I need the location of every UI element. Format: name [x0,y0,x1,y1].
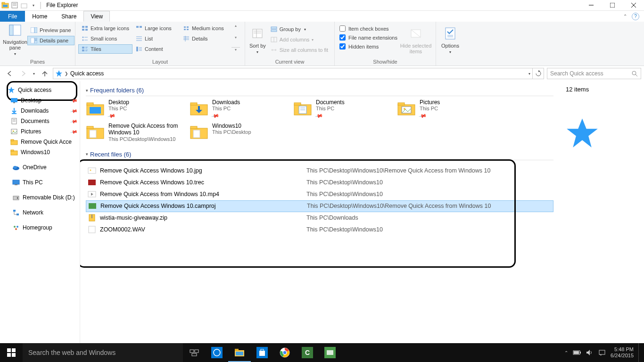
forward-button[interactable] [18,68,28,79]
content-button[interactable]: Content [132,44,180,54]
recent-files-header[interactable]: ▾ Recent files (6) [86,149,553,160]
preview-pane-button[interactable]: Preview pane [27,25,74,35]
ribbon-collapse-icon[interactable]: ⌃ [621,13,629,20]
svg-rect-134 [12,353,16,357]
layout-expand-icon[interactable]: ▾ [231,47,240,52]
navigation-pane-button[interactable]: Navigation pane ▾ [3,24,27,57]
hide-selected-items-button[interactable]: Hide selected items [399,24,432,57]
folder-icon [86,99,105,118]
svg-rect-113 [193,130,200,138]
nav-windows10[interactable]: Windows10 [0,147,80,157]
address-bar[interactable]: ❯ Quick access ▾ [53,68,533,79]
size-columns-button[interactable]: Size all columns to fit [267,45,331,55]
item-check-boxes-checkbox[interactable]: Item check boxes [338,25,399,33]
up-button[interactable] [40,68,50,79]
refresh-button[interactable] [533,68,544,79]
task-view-button[interactable] [183,343,206,362]
close-button[interactable] [623,0,644,11]
frequent-folders-header[interactable]: ▾ Frequent folders (6) [86,85,553,96]
qat-properties-icon[interactable] [10,1,19,9]
hidden-items-checkbox[interactable]: Hidden items [338,42,399,50]
taskbar-camtasia[interactable]: C [296,343,319,362]
sort-by-button[interactable]: Sort by ▾ [248,24,267,57]
minimize-button[interactable] [580,0,602,11]
pin-icon: 📌 [70,107,78,115]
app-icon [1,1,9,9]
svg-rect-85 [13,196,19,200]
folder-item[interactable]: Desktop This PC 📌 [86,99,180,119]
show-desktop-button[interactable] [638,343,641,362]
taskbar-store[interactable] [251,343,273,362]
folder-item[interactable]: Documents This PC 📌 [293,99,388,119]
documents-icon [10,117,18,125]
nav-desktop[interactable]: Desktop📌 [0,95,80,106]
details-view-button[interactable]: Details [180,34,231,43]
start-button[interactable] [0,343,23,362]
nav-remove-quick[interactable]: Remove Quick Acce [0,137,80,147]
search-input[interactable]: Search Quick access [547,68,641,79]
extra-large-icons-button[interactable]: Extra large icons [78,24,132,33]
nav-downloads[interactable]: Downloads📌 [0,106,80,116]
nav-onedrive[interactable]: OneDrive [0,162,80,173]
nav-homegroup[interactable]: Homegroup [0,222,80,233]
folder-location: This PC\Desktop\Windows10 [108,136,180,142]
tray-notifications-icon[interactable] [598,349,606,356]
taskbar-edge[interactable] [206,343,228,362]
folder-item[interactable]: Downloads This PC 📌 [190,99,284,119]
nav-this-pc[interactable]: This PC [0,177,80,188]
pin-icon: 📌 [70,117,78,125]
small-icons-button[interactable]: Small icons [78,34,132,43]
nav-quick-access[interactable]: Quick access [0,85,80,95]
taskbar-search[interactable]: Search the web and Windows [23,343,183,362]
tray-battery-icon[interactable] [573,350,581,355]
add-columns-button[interactable]: Add columns ▾ [267,35,331,44]
layout-scroll-down-icon[interactable]: ▾ [231,35,240,40]
group-by-button[interactable]: Group by ▾ [267,25,331,34]
taskbar-chrome[interactable] [273,343,296,362]
svg-rect-61 [446,28,455,39]
tab-file[interactable]: File [0,11,25,22]
tray-up-icon[interactable]: ⌃ [564,350,568,355]
details-pane-button[interactable]: Details pane [27,36,74,45]
list-button[interactable]: List [132,34,180,43]
taskbar-clock[interactable]: 5:48 PM 6/24/2015 [611,346,634,359]
nav-network[interactable]: Network [0,207,80,218]
svg-rect-42 [184,26,186,28]
search-placeholder: Search Quick access [550,70,603,77]
chevron-right-icon[interactable]: ❯ [65,71,68,76]
back-button[interactable] [5,68,15,79]
taskbar-explorer[interactable] [228,343,251,362]
svg-rect-136 [195,350,198,353]
tab-view[interactable]: View [83,11,110,22]
qat-new-folder-icon[interactable] [20,1,28,9]
options-button[interactable]: Options ▾ [439,24,462,57]
recent-locations-button[interactable]: ▾ [31,68,37,79]
svg-rect-87 [13,210,16,212]
nav-removable-disk[interactable]: Removable Disk (D:) [0,192,80,203]
address-dropdown-icon[interactable]: ▾ [528,72,530,76]
file-name-extensions-checkbox[interactable]: File name extensions [338,33,399,41]
taskbar-camtasia-2[interactable] [319,343,341,362]
help-icon[interactable]: ? [632,13,639,20]
large-icons-button[interactable]: Large icons [132,24,180,33]
medium-icons-button[interactable]: Medium icons [180,24,231,33]
tab-home[interactable]: Home [25,11,54,22]
folder-item[interactable]: Remove Quick Access from Windows 10 This… [86,123,180,142]
tray-volume-icon[interactable] [586,349,594,356]
nav-documents[interactable]: Documents📌 [0,116,80,126]
layout-scroll-up-icon[interactable]: ▴ [231,24,240,28]
folder-item[interactable]: Pictures This PC 📌 [397,99,491,119]
svg-rect-38 [136,47,138,51]
svg-rect-135 [190,350,194,353]
chevron-down-icon: ▾ [256,50,258,55]
svg-rect-55 [271,30,277,32]
svg-rect-22 [85,29,88,31]
onedrive-icon [12,164,20,171]
maximize-button[interactable] [602,0,623,11]
qat-dropdown-icon[interactable]: ▾ [29,1,38,9]
folder-item[interactable]: Windows10 This PC\Desktop [190,123,284,142]
tab-share[interactable]: Share [54,11,83,22]
tiles-button[interactable]: Tiles [78,44,132,54]
breadcrumb[interactable]: Quick access [70,70,104,77]
nav-pictures[interactable]: Pictures📌 [0,126,80,137]
